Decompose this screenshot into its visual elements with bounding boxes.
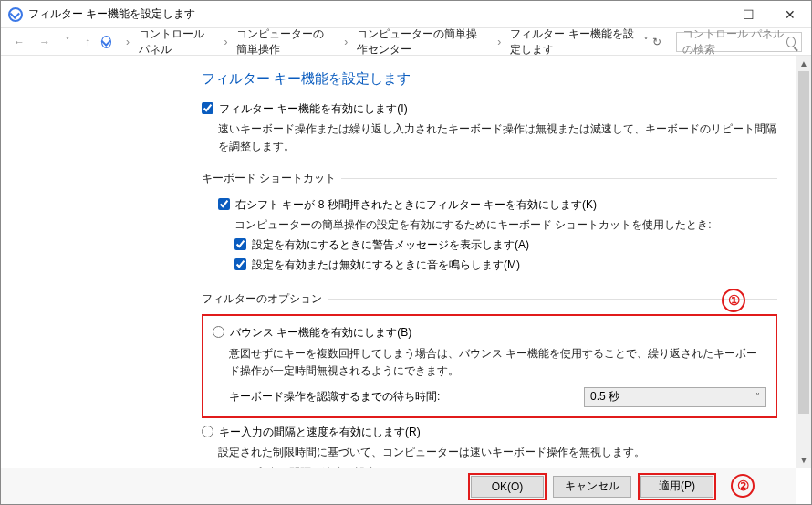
wait-time-label: キーボード操作を認識するまでの待ち時間: [229,389,440,405]
window-controls: — ☐ ✕ [685,1,811,28]
close-button[interactable]: ✕ [769,1,811,28]
page-title: フィルター キー機能を設定します [202,70,777,88]
breadcrumb-item[interactable]: コンピューターの簡単操作センター [357,26,488,58]
minimize-button[interactable]: — [685,1,727,28]
cancel-button[interactable]: キャンセル [553,476,631,498]
shift8s-label: 右シフト キーが 8 秒間押されたときにフィルター キーを有効にします(K) [235,196,597,214]
filter-options-group: フィルターのオプション バウンス キー機能を有効にします(B) 意図せずにキーを… [202,291,777,468]
shortcut-desc: コンピューターの簡単操作の設定を有効にするためにキーボード ショートカットを使用… [234,216,777,234]
warn-message-checkbox[interactable] [234,238,246,250]
sound-toggle-label: 設定を有効または無効にするときに音を鳴らします(M) [252,257,520,274]
cancel-button-label: キャンセル [565,479,619,494]
sound-toggle-checkbox[interactable] [234,258,246,270]
search-placeholder: コントロール パネルの検索 [682,26,787,58]
enable-filter-checkbox[interactable] [202,102,213,114]
vertical-scrollbar[interactable]: ▲ ▼ [796,56,811,468]
apply-button[interactable]: 適用(P) [640,476,713,498]
keyboard-shortcut-group: キーボード ショートカット 右シフト キーが 8 秒間押されたときにフィルター … [202,171,777,278]
back-button[interactable]: ← [10,36,28,48]
bounce-key-desc: 意図せずにキーを複数回押してしまう場合は、バウンス キー機能を使用することで、繰… [229,345,766,380]
keyboard-shortcut-legend: キーボード ショートカット [202,171,341,186]
chevron-down-icon: ˅ [755,392,760,402]
bounce-key-radio[interactable] [213,326,224,338]
scroll-up-icon[interactable]: ▲ [796,56,811,71]
refresh-icon[interactable]: ↻ [652,36,661,48]
annotation-2: ② [731,474,755,498]
apply-button-label: 適用(P) [659,479,695,494]
forward-button[interactable]: → [36,36,54,48]
wait-time-select[interactable]: 0.5 秒 ˅ [584,387,766,407]
breadcrumb-item[interactable]: フィルター キー機能を設定します [510,26,635,58]
ok-button[interactable]: OK(O) [471,476,544,498]
chevron-right-icon: › [124,36,131,48]
chevron-right-icon: › [495,36,503,48]
shift8s-checkbox[interactable] [218,198,230,210]
annotation-1: ① [722,289,745,312]
chevron-right-icon: › [342,36,349,48]
bounce-key-outline: バウンス キー機能を有効にします(B) 意図せずにキーを複数回押してしまう場合は… [202,314,777,418]
address-bar: ← → ˅ ↑ › コントロール パネル › コンピューターの簡単操作 › コン… [1,28,811,56]
enable-filter-desc: 速いキーボード操作または繰り返し入力されたキーボード操作は無視または減速して、キ… [218,121,777,155]
bounce-key-label: バウンス キー機能を有効にします(B) [230,324,411,342]
breadcrumb-item[interactable]: コンピューターの簡単操作 [236,26,335,58]
chevron-down-icon[interactable]: ˅ [643,36,649,48]
history-button[interactable]: ↑ [81,36,94,48]
wait-time-value: 0.5 秒 [590,389,619,405]
search-icon [786,37,796,47]
up-button[interactable]: ˅ [61,36,74,48]
repeat-rate-desc: 設定された制限時間に基づいて、コンピューターは速いキーボード操作を無視します。 [218,444,777,461]
scroll-thumb[interactable] [798,71,809,414]
breadcrumb-item[interactable]: コントロール パネル [139,26,214,58]
warn-message-label: 設定を有効にするときに警告メッセージを表示します(A) [252,237,529,254]
enable-filter-label: フィルター キー機能を有効にします(I) [219,100,408,118]
dialog-footer: OK(O) キャンセル 適用(P) ② [1,468,796,504]
ok-button-label: OK(O) [492,480,524,493]
path-icon [101,36,111,48]
search-input[interactable]: コントロール パネルの検索 [676,32,802,52]
maximize-button[interactable]: ☐ [727,1,769,28]
filter-options-legend: フィルターのオプション [202,291,328,307]
app-icon [8,7,23,22]
repeat-rate-label: キー入力の間隔と速度を有効にします(R) [219,424,421,441]
scroll-down-icon[interactable]: ▼ [796,452,811,468]
content-area: フィルター キー機能を設定します フィルター キー機能を有効にします(I) 速い… [1,56,811,468]
scroll-region: フィルター キー機能を設定します フィルター キー機能を有効にします(I) 速い… [1,56,796,468]
chevron-right-icon: › [222,36,229,48]
window-title: フィルター キー機能を設定します [28,6,685,22]
title-bar: フィルター キー機能を設定します — ☐ ✕ [1,1,811,28]
repeat-rate-radio[interactable] [202,426,213,437]
